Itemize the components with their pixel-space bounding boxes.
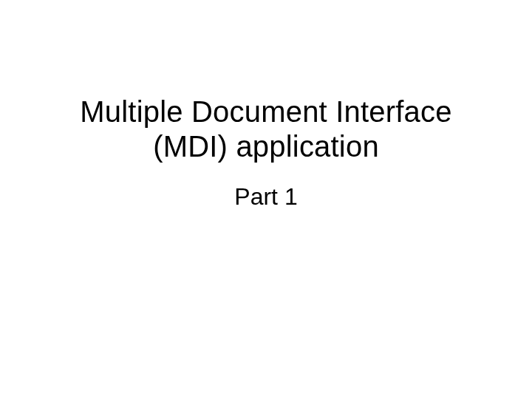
slide-subtitle: Part 1 [234,183,297,211]
title-line-1: Multiple Document Interface [80,95,451,128]
title-line-2: (MDI) application [153,130,379,163]
slide-title: Multiple Document Interface (MDI) applic… [80,95,451,164]
